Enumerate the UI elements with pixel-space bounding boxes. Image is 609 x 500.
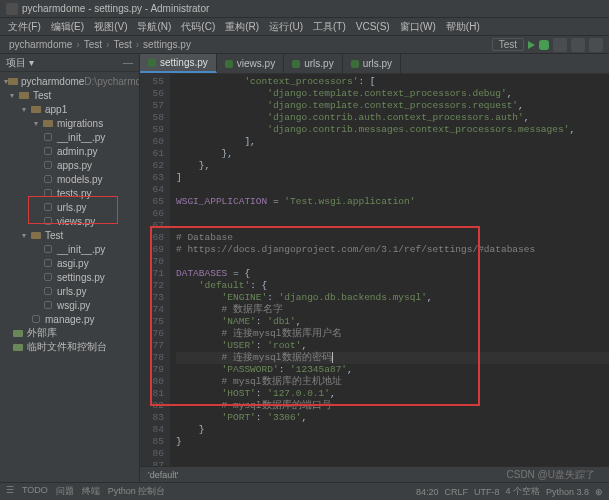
code-line[interactable]: 'django.contrib.messages.context_process… bbox=[176, 124, 609, 136]
tree-row[interactable]: asgi.py bbox=[0, 256, 139, 270]
tree-row[interactable]: manage.py bbox=[0, 312, 139, 326]
code-line[interactable]: 'HOST': '127.0.0.1', bbox=[176, 388, 609, 400]
code-line[interactable]: 'NAME': 'db1', bbox=[176, 316, 609, 328]
tree-row[interactable]: apps.py bbox=[0, 158, 139, 172]
code-line[interactable] bbox=[176, 460, 609, 466]
code-line[interactable]: 'PORT': '3306', bbox=[176, 412, 609, 424]
editor[interactable]: 5556575859606162636465666768697071727374… bbox=[140, 74, 609, 466]
project-tree[interactable]: ▾pycharmdome D:\pycharmdome▾Test▾app1▾mi… bbox=[0, 72, 139, 482]
code-line[interactable]: 'ENGINE': 'django.db.backends.mysql', bbox=[176, 292, 609, 304]
editor-tab[interactable]: settings.py bbox=[140, 54, 217, 73]
menu-item[interactable]: 视图(V) bbox=[90, 20, 131, 34]
menu-item[interactable]: 窗口(W) bbox=[396, 20, 440, 34]
project-tool-header[interactable]: 项目 ▾ — bbox=[0, 54, 139, 72]
python-file-icon bbox=[42, 160, 54, 170]
status-item[interactable]: UTF-8 bbox=[474, 487, 500, 497]
search-icon[interactable] bbox=[589, 38, 603, 52]
tree-row[interactable]: ▾app1 bbox=[0, 102, 139, 116]
tree-row[interactable]: ▾Test bbox=[0, 88, 139, 102]
toolbar-button[interactable] bbox=[553, 38, 567, 52]
status-item[interactable]: 84:20 bbox=[416, 487, 439, 497]
code-line[interactable]: }, bbox=[176, 148, 609, 160]
editor-tab[interactable]: urls.py bbox=[284, 54, 342, 73]
tree-row[interactable]: __init__.py bbox=[0, 242, 139, 256]
editor-tab[interactable]: urls.py bbox=[343, 54, 401, 73]
code-line[interactable]: # mysql数据库的主机地址 bbox=[176, 376, 609, 388]
menu-item[interactable]: 导航(N) bbox=[133, 20, 175, 34]
menu-item[interactable]: 工具(T) bbox=[309, 20, 350, 34]
twisty-icon[interactable]: ▾ bbox=[10, 91, 18, 100]
menu-item[interactable]: 运行(U) bbox=[265, 20, 307, 34]
code-line[interactable]: }, bbox=[176, 160, 609, 172]
menu-item[interactable]: 帮助(H) bbox=[442, 20, 484, 34]
code-line[interactable] bbox=[176, 184, 609, 196]
code-line[interactable] bbox=[176, 256, 609, 268]
tree-row[interactable]: urls.py bbox=[0, 200, 139, 214]
breadcrumb-item[interactable]: settings.py bbox=[140, 39, 194, 50]
tree-row[interactable]: models.py bbox=[0, 172, 139, 186]
run-config[interactable]: Test bbox=[492, 38, 524, 51]
debug-icon[interactable] bbox=[539, 40, 549, 50]
tree-row[interactable]: urls.py bbox=[0, 284, 139, 298]
tree-row[interactable]: ▾migrations bbox=[0, 116, 139, 130]
tree-row[interactable]: wsgi.py bbox=[0, 298, 139, 312]
editor-tab[interactable]: views.py bbox=[217, 54, 284, 73]
tree-row[interactable]: 外部库 bbox=[0, 326, 139, 340]
code-line[interactable]: # 连接mysql数据库用户名 bbox=[176, 328, 609, 340]
code-line[interactable]: # Database bbox=[176, 232, 609, 244]
code-line[interactable]: 'default': { bbox=[176, 280, 609, 292]
code-line[interactable]: } bbox=[176, 424, 609, 436]
twisty-icon[interactable]: ▾ bbox=[34, 119, 42, 128]
menu-item[interactable]: 代码(C) bbox=[177, 20, 219, 34]
menu-item[interactable]: 重构(R) bbox=[221, 20, 263, 34]
code-line[interactable]: 'django.template.context_processors.requ… bbox=[176, 100, 609, 112]
code-line[interactable]: # 连接mysql数据的密码 bbox=[176, 352, 609, 364]
tree-row[interactable]: settings.py bbox=[0, 270, 139, 284]
code-line[interactable] bbox=[176, 220, 609, 232]
status-item[interactable]: ☰ bbox=[6, 485, 14, 498]
code-line[interactable]: 'context_processors': [ bbox=[176, 76, 609, 88]
code-line[interactable]: WSGI_APPLICATION = 'Test.wsgi.applicatio… bbox=[176, 196, 609, 208]
tree-row[interactable]: ▾pycharmdome D:\pycharmdome bbox=[0, 74, 139, 88]
status-item[interactable]: ⊕ bbox=[595, 487, 603, 497]
status-item[interactable]: TODO bbox=[22, 485, 48, 498]
code-line[interactable]: ] bbox=[176, 172, 609, 184]
status-item[interactable]: Python 3.8 bbox=[546, 487, 589, 497]
status-item[interactable]: Python 控制台 bbox=[108, 485, 166, 498]
menu-item[interactable]: 文件(F) bbox=[4, 20, 45, 34]
breadcrumb-item[interactable]: Test bbox=[110, 39, 134, 50]
twisty-icon[interactable]: ▾ bbox=[22, 105, 30, 114]
toolbar-button[interactable] bbox=[571, 38, 585, 52]
status-item[interactable]: 4 个空格 bbox=[505, 485, 540, 498]
minimize-icon[interactable]: — bbox=[123, 57, 133, 68]
code-content[interactable]: 'context_processors': [ 'django.template… bbox=[170, 74, 609, 466]
tree-row[interactable]: ▾Test bbox=[0, 228, 139, 242]
code-line[interactable]: DATABASES = { bbox=[176, 268, 609, 280]
run-icon[interactable] bbox=[528, 41, 535, 49]
tree-row[interactable]: __init__.py bbox=[0, 130, 139, 144]
code-line[interactable] bbox=[176, 448, 609, 460]
tree-row[interactable]: views.py bbox=[0, 214, 139, 228]
menu-item[interactable]: 编辑(E) bbox=[47, 20, 88, 34]
breadcrumb-item[interactable]: pycharmdome bbox=[6, 39, 75, 50]
code-line[interactable]: } bbox=[176, 436, 609, 448]
code-line[interactable]: ], bbox=[176, 136, 609, 148]
status-item[interactable]: 终端 bbox=[82, 485, 100, 498]
code-line[interactable]: 'PASSWORD': '12345a87', bbox=[176, 364, 609, 376]
status-item[interactable]: 问题 bbox=[56, 485, 74, 498]
menu-item[interactable]: VCS(S) bbox=[352, 21, 394, 32]
code-line[interactable] bbox=[176, 208, 609, 220]
breadcrumb-item[interactable]: Test bbox=[81, 39, 105, 50]
code-line[interactable]: 'USER': 'root', bbox=[176, 340, 609, 352]
code-line[interactable]: 'django.contrib.auth.context_processors.… bbox=[176, 112, 609, 124]
editor-crumb-item[interactable]: 'default' bbox=[148, 470, 178, 480]
twisty-icon[interactable]: ▾ bbox=[22, 231, 30, 240]
tree-row[interactable]: 临时文件和控制台 bbox=[0, 340, 139, 354]
code-line[interactable]: # 数据库名字 bbox=[176, 304, 609, 316]
status-item[interactable]: CRLF bbox=[444, 487, 468, 497]
code-line[interactable]: 'django.template.context_processors.debu… bbox=[176, 88, 609, 100]
code-line[interactable]: # https://docs.djangoproject.com/en/3.1/… bbox=[176, 244, 609, 256]
tree-row[interactable]: admin.py bbox=[0, 144, 139, 158]
tree-row[interactable]: tests.py bbox=[0, 186, 139, 200]
code-line[interactable]: # mysql数据库的端口号 bbox=[176, 400, 609, 412]
